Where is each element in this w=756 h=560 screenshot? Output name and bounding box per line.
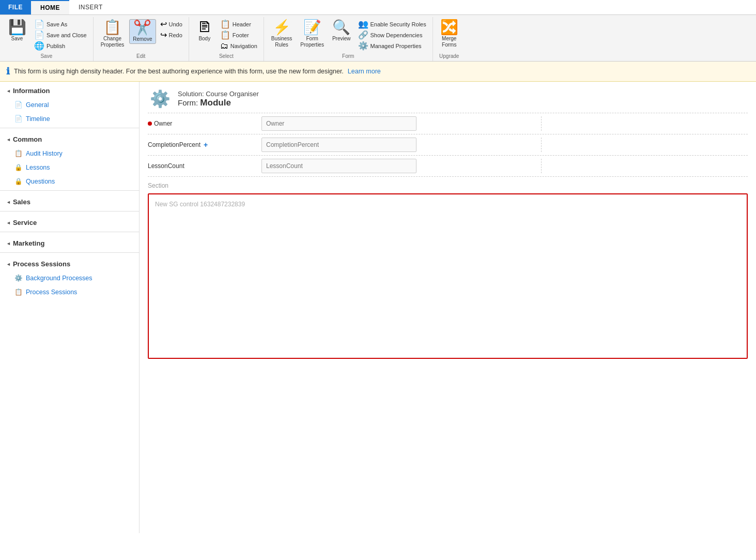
audit-history-icon: 📋 <box>14 149 23 157</box>
completion-percent-extra-cell <box>541 138 748 152</box>
header-button[interactable]: 📋 Header <box>218 19 259 29</box>
process-sessions-icon: 📋 <box>14 288 23 296</box>
tab-insert[interactable]: INSERT <box>69 0 112 14</box>
remove-button[interactable]: ✂️ Remove <box>129 19 156 44</box>
form-group-items: ⚡ BusinessRules 📝 FormProperties 🔍 Previ… <box>268 17 428 52</box>
lesson-count-input[interactable] <box>261 159 416 173</box>
header-icon: 📋 <box>220 20 230 28</box>
save-button[interactable]: 💾 Save <box>4 19 30 43</box>
publish-icon: 🌐 <box>34 42 44 50</box>
save-close-icon: 📄 <box>34 31 44 39</box>
navigation-label: Navigation <box>230 43 257 49</box>
save-as-icon: 📄 <box>34 20 44 28</box>
managed-properties-label: Managed Properties <box>371 43 422 49</box>
form-header: ⚙️ Solution: Course Organiser Form: Modu… <box>140 82 756 113</box>
save-stack: 📄 Save As 📄 Save and Close 🌐 Publish <box>32 19 89 51</box>
main-layout: Information 📄 General 📄 Timeline Common … <box>0 82 756 533</box>
header-label: Header <box>233 21 251 27</box>
enable-security-label: Enable Security Roles <box>371 21 426 27</box>
upgrade-group-label: Upgrade <box>437 52 461 61</box>
edit-group-items: 📋 ChangeProperties ✂️ Remove ↩ Undo ↪ Re… <box>98 17 184 52</box>
ribbon-tab-bar: FILE HOME INSERT <box>0 0 756 15</box>
footer-button[interactable]: 📋 Footer <box>218 30 259 40</box>
sidebar-item-process-sessions[interactable]: 📋 Process Sessions <box>0 285 139 299</box>
change-properties-button[interactable]: 📋 ChangeProperties <box>98 19 128 49</box>
questions-icon: 🔒 <box>14 177 23 185</box>
form-fields: Owner CompletionPercent + <box>140 113 756 177</box>
undo-button[interactable]: ↩ Undo <box>158 19 184 29</box>
form-label: Form: <box>178 98 198 107</box>
save-group-items: 💾 Save 📄 Save As 📄 Save and Close 🌐 Publ… <box>4 17 89 52</box>
merge-forms-label: MergeForms <box>442 36 456 48</box>
body-label: Body <box>198 36 210 42</box>
change-properties-label: ChangeProperties <box>101 36 125 48</box>
ribbon-group-upgrade: 🔀 MergeForms Upgrade <box>433 17 466 61</box>
completion-required-star: + <box>204 141 208 149</box>
ribbon-group-form: ⚡ BusinessRules 📝 FormProperties 🔍 Previ… <box>264 17 433 61</box>
lesson-count-label: LessonCount <box>148 162 261 170</box>
learn-more-link[interactable]: Learn more <box>348 68 381 75</box>
owner-input[interactable] <box>261 116 416 131</box>
select-stack: 📋 Header 📋 Footer 🗂 Navigation <box>218 19 259 51</box>
tab-home[interactable]: HOME <box>31 0 69 14</box>
save-icon: 💾 <box>8 20 26 35</box>
sidebar-item-lessons[interactable]: 🔒 Lessons <box>0 160 139 174</box>
show-dependencies-button[interactable]: 🔗 Show Dependencies <box>356 30 428 40</box>
completion-percent-input[interactable] <box>261 138 416 152</box>
save-group-label: Save <box>4 52 89 61</box>
select-group-items: 🖹 Body 📋 Header 📋 Footer 🗂 Navigation <box>193 17 259 52</box>
form-name: Module <box>200 98 231 108</box>
owner-input-cell <box>261 116 539 131</box>
form-properties-button[interactable]: 📝 FormProperties <box>297 19 327 49</box>
preview-button[interactable]: 🔍 Preview <box>329 19 354 43</box>
owner-required-dot <box>148 122 152 126</box>
sep-5 <box>0 252 139 253</box>
managed-properties-button[interactable]: ⚙️ Managed Properties <box>356 41 428 51</box>
business-rules-button[interactable]: ⚡ BusinessRules <box>268 19 296 49</box>
form-group-label: Form <box>268 52 428 61</box>
background-processes-icon: ⚙️ <box>14 274 23 282</box>
sidebar-section-information: Information <box>0 82 139 98</box>
solution-name: Course Organiser <box>206 90 259 98</box>
lesson-count-input-cell <box>261 159 539 173</box>
business-rules-label: BusinessRules <box>271 36 292 48</box>
sidebar-item-general[interactable]: 📄 General <box>0 98 139 112</box>
form-properties-icon: 📝 <box>303 20 321 35</box>
publish-button[interactable]: 🌐 Publish <box>32 41 89 51</box>
owner-label: Owner <box>148 120 261 127</box>
form-header-icon: ⚙️ <box>150 89 171 109</box>
sep-2 <box>0 190 139 191</box>
navigation-button[interactable]: 🗂 Navigation <box>218 41 259 51</box>
show-dependencies-icon: 🔗 <box>358 31 368 39</box>
body-button[interactable]: 🖹 Body <box>193 19 216 43</box>
form-properties-label: FormProperties <box>300 36 324 48</box>
sidebar-item-timeline[interactable]: 📄 Timeline <box>0 112 139 126</box>
sidebar-item-audit-history[interactable]: 📋 Audit History <box>0 146 139 160</box>
form-row-owner: Owner <box>148 113 748 134</box>
show-dependencies-label: Show Dependencies <box>371 32 423 38</box>
footer-icon: 📋 <box>220 31 230 39</box>
section-content[interactable]: New SG control 1632487232839 <box>148 193 748 359</box>
save-label: Save <box>11 36 23 42</box>
info-text: This form is using high density header. … <box>14 68 344 75</box>
lesson-count-extra-cell <box>541 159 748 173</box>
save-close-button[interactable]: 📄 Save and Close <box>32 30 89 40</box>
sep-4 <box>0 232 139 232</box>
enable-security-button[interactable]: 👥 Enable Security Roles <box>356 19 428 29</box>
sidebar-item-background-processes[interactable]: ⚙️ Background Processes <box>0 271 139 285</box>
sidebar-item-questions[interactable]: 🔒 Questions <box>0 174 139 188</box>
redo-button[interactable]: ↪ Redo <box>158 30 184 40</box>
edit-group-label: Edit <box>98 52 184 61</box>
save-as-button[interactable]: 📄 Save As <box>32 19 89 29</box>
merge-forms-icon: 🔀 <box>440 20 458 35</box>
sidebar-section-common: Common <box>0 130 139 146</box>
merge-forms-button[interactable]: 🔀 MergeForms <box>437 19 461 49</box>
info-icon: ℹ <box>6 66 10 77</box>
solution-label: Solution: <box>178 90 204 98</box>
select-group-label: Select <box>193 52 259 61</box>
content-area: ⚙️ Solution: Course Organiser Form: Modu… <box>140 82 756 533</box>
redo-label: Redo <box>169 32 182 38</box>
tab-file[interactable]: FILE <box>0 0 31 14</box>
save-close-label: Save and Close <box>47 32 87 38</box>
upgrade-group-items: 🔀 MergeForms <box>437 17 461 52</box>
